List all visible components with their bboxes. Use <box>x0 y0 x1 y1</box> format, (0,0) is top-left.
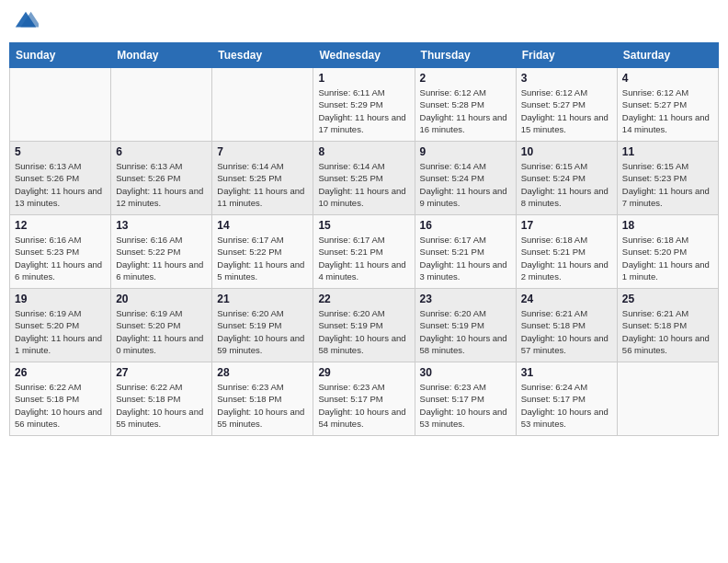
cell-info: Sunrise: 6:14 AMSunset: 5:25 PMDaylight:… <box>217 160 308 209</box>
cell-day-number: 29 <box>318 366 409 379</box>
cell-info: Sunrise: 6:23 AMSunset: 5:17 PMDaylight:… <box>318 381 409 430</box>
cell-day-number: 11 <box>622 145 713 158</box>
cell-info: Sunrise: 6:20 AMSunset: 5:19 PMDaylight:… <box>318 307 409 356</box>
cell-day-number: 31 <box>521 366 612 379</box>
cell-day-number: 8 <box>318 145 409 158</box>
cell-day-number: 12 <box>15 219 106 232</box>
cell-day-number: 10 <box>521 145 612 158</box>
calendar-cell: 21Sunrise: 6:20 AMSunset: 5:19 PMDayligh… <box>212 289 313 362</box>
cell-info: Sunrise: 6:12 AMSunset: 5:27 PMDaylight:… <box>622 86 713 135</box>
cell-info: Sunrise: 6:22 AMSunset: 5:18 PMDaylight:… <box>15 381 106 430</box>
weekday-header-thursday: Thursday <box>415 43 516 68</box>
cell-info: Sunrise: 6:16 AMSunset: 5:22 PMDaylight:… <box>116 234 207 282</box>
calendar-cell: 13Sunrise: 6:16 AMSunset: 5:22 PMDayligh… <box>111 215 212 289</box>
cell-day-number: 24 <box>521 293 612 305</box>
calendar-table: SundayMondayTuesdayWednesdayThursdayFrid… <box>9 42 719 436</box>
cell-day-number: 3 <box>521 72 612 85</box>
cell-day-number: 23 <box>420 293 511 305</box>
cell-day-number: 27 <box>116 366 207 379</box>
calendar-cell: 19Sunrise: 6:19 AMSunset: 5:20 PMDayligh… <box>10 289 111 362</box>
calendar-cell: 10Sunrise: 6:15 AMSunset: 5:24 PMDayligh… <box>516 142 617 215</box>
calendar-cell: 2Sunrise: 6:12 AMSunset: 5:28 PMDaylight… <box>415 68 516 142</box>
weekday-header-friday: Friday <box>516 43 617 68</box>
cell-info: Sunrise: 6:17 AMSunset: 5:22 PMDaylight:… <box>217 234 308 282</box>
calendar-cell: 4Sunrise: 6:12 AMSunset: 5:27 PMDaylight… <box>617 68 718 142</box>
cell-day-number: 7 <box>217 145 308 158</box>
weekday-header-monday: Monday <box>111 43 212 68</box>
calendar-cell: 25Sunrise: 6:21 AMSunset: 5:18 PMDayligh… <box>617 289 718 362</box>
calendar-cell: 11Sunrise: 6:15 AMSunset: 5:23 PMDayligh… <box>617 142 718 215</box>
cell-info: Sunrise: 6:21 AMSunset: 5:18 PMDaylight:… <box>622 307 713 356</box>
cell-day-number: 4 <box>622 72 713 85</box>
calendar-cell: 12Sunrise: 6:16 AMSunset: 5:23 PMDayligh… <box>10 215 111 289</box>
cell-day-number: 13 <box>116 219 207 232</box>
cell-day-number: 16 <box>420 219 511 232</box>
calendar-cell: 28Sunrise: 6:23 AMSunset: 5:18 PMDayligh… <box>212 362 313 436</box>
calendar-cell: 7Sunrise: 6:14 AMSunset: 5:25 PMDaylight… <box>212 142 313 215</box>
weekday-header-saturday: Saturday <box>617 43 718 68</box>
cell-info: Sunrise: 6:17 AMSunset: 5:21 PMDaylight:… <box>420 234 511 282</box>
cell-info: Sunrise: 6:19 AMSunset: 5:20 PMDaylight:… <box>116 307 207 356</box>
cell-day-number: 6 <box>116 145 207 158</box>
calendar-cell: 18Sunrise: 6:18 AMSunset: 5:20 PMDayligh… <box>617 215 718 289</box>
calendar-cell: 24Sunrise: 6:21 AMSunset: 5:18 PMDayligh… <box>516 289 617 362</box>
cell-info: Sunrise: 6:20 AMSunset: 5:19 PMDaylight:… <box>420 307 511 356</box>
cell-day-number: 15 <box>318 219 409 232</box>
calendar-cell: 9Sunrise: 6:14 AMSunset: 5:24 PMDaylight… <box>415 142 516 215</box>
cell-info: Sunrise: 6:15 AMSunset: 5:23 PMDaylight:… <box>622 160 713 209</box>
logo-icon <box>13 9 39 35</box>
calendar-cell: 29Sunrise: 6:23 AMSunset: 5:17 PMDayligh… <box>313 362 415 436</box>
cell-info: Sunrise: 6:22 AMSunset: 5:18 PMDaylight:… <box>116 381 207 430</box>
cell-day-number: 1 <box>318 72 409 85</box>
cell-day-number: 18 <box>622 219 713 232</box>
cell-info: Sunrise: 6:21 AMSunset: 5:18 PMDaylight:… <box>521 307 612 356</box>
cell-day-number: 25 <box>622 293 713 305</box>
cell-info: Sunrise: 6:24 AMSunset: 5:17 PMDaylight:… <box>521 381 612 430</box>
calendar-cell: 31Sunrise: 6:24 AMSunset: 5:17 PMDayligh… <box>516 362 617 436</box>
calendar-cell: 8Sunrise: 6:14 AMSunset: 5:25 PMDaylight… <box>313 142 415 215</box>
cell-info: Sunrise: 6:16 AMSunset: 5:23 PMDaylight:… <box>15 234 106 282</box>
cell-info: Sunrise: 6:18 AMSunset: 5:20 PMDaylight:… <box>622 234 713 282</box>
cell-info: Sunrise: 6:23 AMSunset: 5:18 PMDaylight:… <box>217 381 308 430</box>
calendar-cell: 27Sunrise: 6:22 AMSunset: 5:18 PMDayligh… <box>111 362 212 436</box>
cell-day-number: 20 <box>116 293 207 305</box>
calendar-cell: 26Sunrise: 6:22 AMSunset: 5:18 PMDayligh… <box>10 362 111 436</box>
calendar-cell <box>111 68 212 142</box>
calendar-cell: 15Sunrise: 6:17 AMSunset: 5:21 PMDayligh… <box>313 215 415 289</box>
cell-info: Sunrise: 6:14 AMSunset: 5:25 PMDaylight:… <box>318 160 409 209</box>
calendar-cell <box>212 68 313 142</box>
cell-info: Sunrise: 6:13 AMSunset: 5:26 PMDaylight:… <box>15 160 106 209</box>
cell-day-number: 26 <box>15 366 106 379</box>
page-header <box>9 9 719 35</box>
weekday-header-wednesday: Wednesday <box>313 43 415 68</box>
cell-info: Sunrise: 6:13 AMSunset: 5:26 PMDaylight:… <box>116 160 207 209</box>
calendar-cell <box>10 68 111 142</box>
cell-day-number: 2 <box>420 72 511 85</box>
cell-day-number: 19 <box>15 293 106 305</box>
calendar-cell: 3Sunrise: 6:12 AMSunset: 5:27 PMDaylight… <box>516 68 617 142</box>
cell-day-number: 14 <box>217 219 308 232</box>
weekday-header-sunday: Sunday <box>10 43 111 68</box>
calendar-cell: 23Sunrise: 6:20 AMSunset: 5:19 PMDayligh… <box>415 289 516 362</box>
calendar-cell: 5Sunrise: 6:13 AMSunset: 5:26 PMDaylight… <box>10 142 111 215</box>
cell-info: Sunrise: 6:20 AMSunset: 5:19 PMDaylight:… <box>217 307 308 356</box>
cell-day-number: 28 <box>217 366 308 379</box>
calendar-cell <box>617 362 718 436</box>
cell-day-number: 21 <box>217 293 308 305</box>
weekday-header-tuesday: Tuesday <box>212 43 313 68</box>
cell-info: Sunrise: 6:12 AMSunset: 5:27 PMDaylight:… <box>521 86 612 135</box>
cell-info: Sunrise: 6:14 AMSunset: 5:24 PMDaylight:… <box>420 160 511 209</box>
cell-day-number: 5 <box>15 145 106 158</box>
calendar-cell: 17Sunrise: 6:18 AMSunset: 5:21 PMDayligh… <box>516 215 617 289</box>
cell-info: Sunrise: 6:12 AMSunset: 5:28 PMDaylight:… <box>420 86 511 135</box>
calendar-cell: 20Sunrise: 6:19 AMSunset: 5:20 PMDayligh… <box>111 289 212 362</box>
cell-info: Sunrise: 6:23 AMSunset: 5:17 PMDaylight:… <box>420 381 511 430</box>
cell-day-number: 17 <box>521 219 612 232</box>
calendar-cell: 30Sunrise: 6:23 AMSunset: 5:17 PMDayligh… <box>415 362 516 436</box>
logo <box>13 9 40 35</box>
cell-info: Sunrise: 6:11 AMSunset: 5:29 PMDaylight:… <box>318 86 409 135</box>
cell-info: Sunrise: 6:15 AMSunset: 5:24 PMDaylight:… <box>521 160 612 209</box>
cell-info: Sunrise: 6:19 AMSunset: 5:20 PMDaylight:… <box>15 307 106 356</box>
calendar-cell: 1Sunrise: 6:11 AMSunset: 5:29 PMDaylight… <box>313 68 415 142</box>
cell-day-number: 30 <box>420 366 511 379</box>
